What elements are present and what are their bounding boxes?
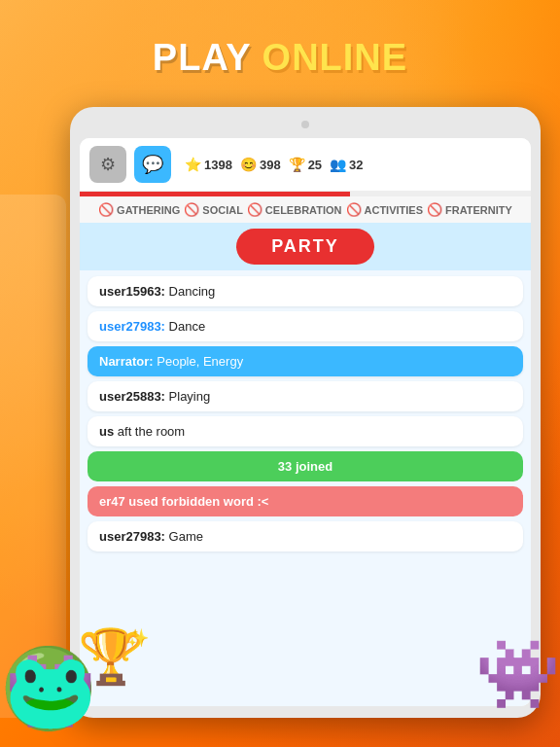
message-text: Dancing [169,284,216,299]
tag-fraternity[interactable]: 🚫 FRATERNITY [427,202,512,217]
tag-celebration[interactable]: 🚫 CELEBRATION [247,202,342,217]
message-text: Dance [169,319,206,334]
warning-notification: er47 used forbidden word :< [88,486,523,516]
list-item: user27983: Dance [88,311,523,341]
tag-activities[interactable]: 🚫 ACTIVITIES [346,202,424,217]
join-notification: 33 joined [88,451,523,481]
message-text: Game [169,529,203,544]
tag-label-4: ACTIVITIES [365,204,424,216]
progress-fill [80,192,350,196]
trophy-decoration: 🏆✨ [78,625,145,689]
page-title: PLAY ONLINE [0,37,560,79]
no-icon-2: 🚫 [184,202,199,217]
stat-users: 👥 32 [330,157,363,172]
username: Narrator: [99,354,154,369]
trophy-value: 25 [308,158,322,172]
list-item: user15963: Dancing [88,276,523,306]
tag-label-3: CELEBRATION [265,204,342,216]
online-text: ONLINE [262,37,408,78]
tag-gathering[interactable]: 🚫 GATHERING [98,202,180,217]
stats-row: ⭐ 1398 😊 398 🏆 25 👥 32 [185,157,521,172]
username-partial: us [99,424,114,439]
tag-label-1: GATHERING [117,204,180,216]
list-item: Narrator: People, Energy [88,346,523,376]
chat-icon: 💬 [142,154,163,175]
star-icon: ⭐ [185,157,201,172]
list-item: us aft the room [88,416,523,446]
stat-smiles: 😊 398 [240,157,281,172]
message-text: People, Energy [157,354,243,369]
gear-button[interactable]: ⚙ [89,146,126,183]
username: user27983: [99,529,165,544]
list-item: user27983: Game [88,521,523,551]
tag-label-2: SOCIAL [202,204,243,216]
chat-button[interactable]: 💬 [134,146,171,183]
category-tags: 🚫 GATHERING 🚫 SOCIAL 🚫 CELEBRATION 🚫 ACT… [80,196,531,223]
tag-label-5: FRATERNITY [445,204,512,216]
tablet-notch [301,121,309,128]
party-btn-container: PARTY [80,223,531,270]
tablet-screen: ⚙ 💬 ⭐ 1398 😊 398 🏆 25 👥 [80,138,531,706]
username: user25883: [99,389,165,404]
smile-value: 398 [260,158,281,172]
stat-trophies: 🏆 25 [289,157,322,172]
users-icon: 👥 [330,157,346,172]
no-icon-3: 🚫 [247,202,262,217]
users-value: 32 [349,158,363,172]
list-item: user25883: Playing [88,381,523,411]
username: user15963: [99,284,165,299]
tag-social[interactable]: 🚫 SOCIAL [184,202,243,217]
smile-icon: 😊 [240,157,257,172]
message-text: aft the room [118,424,185,439]
gear-icon: ⚙ [100,154,116,175]
join-text: 33 joined [278,459,332,474]
stat-stars: ⭐ 1398 [185,157,232,172]
star-value: 1398 [204,158,232,172]
warning-prefix: er [99,494,111,509]
trophy-stat-icon: 🏆 [289,157,305,172]
no-icon-1: 🚫 [98,202,114,217]
play-text: PLAY [153,37,262,78]
message-text: Playing [169,389,211,404]
blue-monster-mascot: 👾 [475,640,560,708]
warning-text: 47 used forbidden word :< [111,494,268,509]
no-icon-4: 🚫 [346,202,362,217]
no-icon-5: 🚫 [427,202,442,217]
header-bar: ⚙ 💬 ⭐ 1398 😊 398 🏆 25 👥 [80,138,531,192]
left-panel [0,195,66,718]
username: user27983: [99,319,165,334]
progress-bar [80,192,531,196]
party-button[interactable]: PARTY [236,229,374,265]
